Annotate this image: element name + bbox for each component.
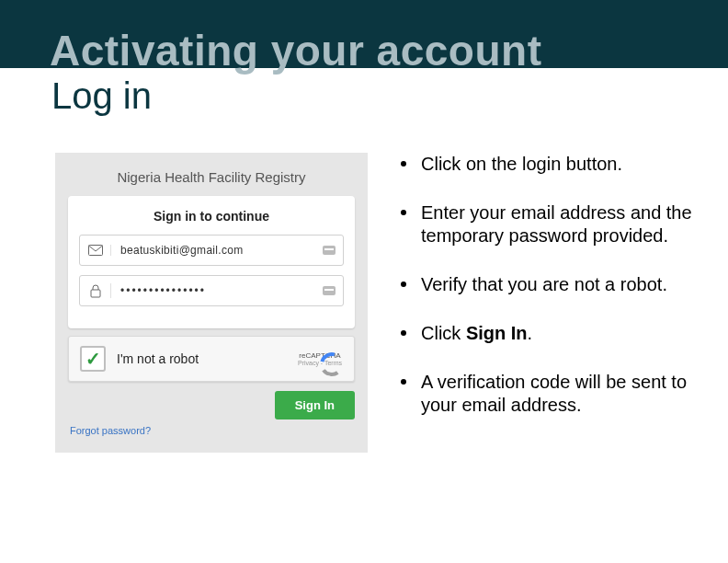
captcha-checkbox[interactable]: ✓ [80, 346, 106, 372]
app-name: Nigeria Health Facility Registry [64, 162, 358, 189]
step-text: Click on the login button. [421, 154, 622, 174]
signin-heading: Sign in to continue [79, 209, 344, 224]
list-item: Click Sign In. [397, 322, 700, 345]
svg-rect-1 [91, 290, 100, 297]
password-value: ••••••••••••••• [111, 284, 315, 297]
checkmark-icon: ✓ [85, 348, 101, 370]
recaptcha-box[interactable]: ✓ I'm not a robot reCAPTCHA Privacy - Te… [68, 336, 355, 382]
lock-icon [80, 283, 111, 298]
list-item: Enter your email address and the tempora… [397, 201, 700, 247]
email-field[interactable]: beatuskibiti@gmail.com [79, 235, 344, 266]
keyboard-icon [315, 246, 343, 255]
list-item: A verification code will be sent to your… [397, 371, 700, 417]
list-item: Click on the login button. [397, 153, 700, 176]
step-text: Enter your email address and the tempora… [421, 202, 692, 246]
step-text-bold: Sign In [466, 323, 528, 343]
mail-icon [80, 245, 111, 256]
step-text: Verify that you are not a robot. [421, 274, 667, 294]
login-screenshot: Nigeria Health Facility Registry Sign in… [55, 153, 368, 453]
signin-panel: Sign in to continue beatuskibiti@gmail.c… [68, 196, 355, 328]
page-subtitle: Log in [51, 75, 152, 117]
instructions-list: Click on the login button. Enter your em… [397, 153, 700, 442]
svg-rect-0 [88, 246, 102, 256]
page-title: Activating your account [50, 26, 541, 75]
password-field[interactable]: ••••••••••••••• [79, 275, 344, 306]
captcha-label: I'm not a robot [117, 351, 297, 366]
step-text-suffix: . [528, 323, 533, 343]
email-value: beatuskibiti@gmail.com [111, 244, 315, 257]
keyboard-icon [315, 286, 343, 295]
step-text-prefix: Click [421, 323, 466, 343]
step-text: A verification code will be sent to your… [421, 372, 687, 415]
recaptcha-logo: reCAPTCHA Privacy - Terms [297, 352, 343, 366]
forgot-password-link[interactable]: Forgot password? [64, 423, 358, 440]
list-item: Verify that you are not a robot. [397, 273, 700, 296]
signin-button[interactable]: Sign In [275, 391, 355, 419]
